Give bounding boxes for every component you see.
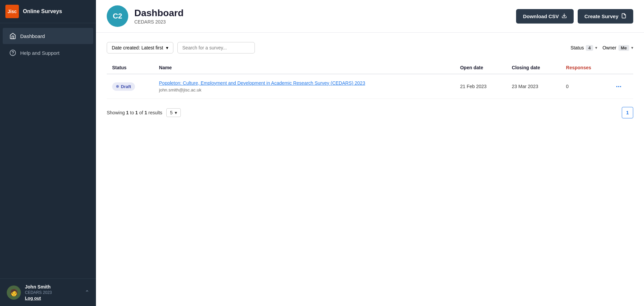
row-more-options[interactable]: ···	[610, 74, 633, 99]
col-actions	[610, 62, 633, 74]
topbar-actions: Download CSV Create Survey	[516, 9, 633, 24]
app-name: Online Surveys	[23, 8, 62, 14]
filter-right: Status 4 ▾ Owner Me ▾	[571, 45, 633, 51]
row-status: Draft	[107, 74, 154, 99]
topbar: C2 Dashboard CEDARS 2023 Download CSV Cr…	[96, 0, 644, 33]
col-closing-date: Closing date	[506, 62, 561, 74]
status-filter-badge: 4	[586, 45, 593, 51]
owner-chevron-icon: ▾	[631, 45, 633, 50]
survey-table: Status Name Open date Closing date Respo…	[107, 62, 633, 99]
status-filter[interactable]: Status 4 ▾	[571, 45, 597, 51]
open-date-value: 21 Feb 2023	[460, 84, 487, 89]
download-csv-button[interactable]: Download CSV	[516, 9, 574, 24]
col-status: Status	[107, 62, 154, 74]
pagination-pages: 1	[622, 107, 633, 118]
user-name: John Smith	[25, 284, 81, 290]
col-name: Name	[154, 62, 454, 74]
page-title: Dashboard	[134, 8, 516, 18]
create-survey-button[interactable]: Create Survey	[578, 9, 633, 24]
sidebar-nav: Dashboard Help and Support	[0, 23, 96, 278]
col-responses: Responses	[561, 62, 610, 74]
user-expand-icon[interactable]: ⌃	[85, 289, 89, 296]
download-csv-label: Download CSV	[523, 13, 559, 19]
user-info: John Smith CEDARS 2023 Log out	[25, 284, 81, 301]
content-area: Date created: Latest first ▾ Status 4 ▾ …	[96, 33, 644, 306]
owner-filter[interactable]: Owner Me ▾	[603, 45, 633, 51]
more-options-icon[interactable]: ···	[616, 83, 621, 90]
jisc-logo: Jisc	[5, 5, 19, 18]
responses-value: 0	[566, 84, 569, 89]
log-out-link[interactable]: Log out	[25, 296, 81, 301]
question-icon	[9, 49, 16, 56]
sidebar-footer: 🧑 John Smith CEDARS 2023 Log out ⌃	[0, 278, 96, 306]
sidebar-item-help-label: Help and Support	[20, 50, 60, 56]
main-content: C2 Dashboard CEDARS 2023 Download CSV Cr…	[96, 0, 644, 306]
owner-filter-value: Me	[618, 45, 629, 51]
pagination-total: 1	[144, 110, 147, 115]
row-closing-date: 23 Mar 2023	[506, 74, 561, 99]
status-dot	[116, 85, 119, 88]
status-label: Draft	[121, 84, 131, 89]
closing-date-value: 23 Mar 2023	[512, 84, 538, 89]
status-chevron-icon: ▾	[595, 45, 597, 50]
per-page-chevron-icon: ▾	[175, 110, 177, 115]
org-avatar: C2	[107, 5, 128, 27]
pagination-info: Showing 1 to 1 of 1 results	[107, 110, 162, 115]
row-open-date: 21 Feb 2023	[455, 74, 507, 99]
download-icon	[562, 13, 567, 20]
owner-filter-label: Owner	[603, 45, 616, 50]
user-org: CEDARS 2023	[25, 290, 81, 295]
row-responses: 0	[561, 74, 610, 99]
avatar: 🧑	[7, 285, 21, 300]
pagination-from: 1	[126, 110, 129, 115]
page-subtitle: CEDARS 2023	[134, 19, 516, 25]
survey-email: john.smith@jisc.ac.uk	[159, 87, 201, 92]
search-input[interactable]	[177, 42, 255, 53]
create-survey-icon	[621, 13, 626, 20]
filter-bar: Date created: Latest first ▾ Status 4 ▾ …	[107, 42, 633, 53]
sidebar-item-dashboard-label: Dashboard	[20, 33, 45, 39]
table-header-row: Status Name Open date Closing date Respo…	[107, 62, 633, 74]
create-survey-label: Create Survey	[584, 13, 618, 19]
status-badge: Draft	[112, 82, 135, 91]
sidebar: Jisc Online Surveys Dashboard Help and S…	[0, 0, 96, 306]
home-icon	[9, 33, 16, 39]
sidebar-item-dashboard[interactable]: Dashboard	[3, 28, 93, 44]
chevron-down-icon: ▾	[166, 45, 168, 50]
col-open-date: Open date	[455, 62, 507, 74]
table-row: Draft Poppleton: Culture, Employment and…	[107, 74, 633, 99]
page-1-button[interactable]: 1	[622, 107, 633, 118]
pagination-bar: Showing 1 to 1 of 1 results 5 ▾ 1	[107, 107, 633, 118]
per-page-value: 5	[170, 110, 173, 115]
topbar-title-group: Dashboard CEDARS 2023	[134, 8, 516, 25]
sidebar-item-help[interactable]: Help and Support	[3, 45, 93, 61]
status-filter-label: Status	[571, 45, 584, 50]
row-name-cell: Poppleton: Culture, Employment and Devel…	[154, 74, 454, 99]
per-page-select[interactable]: 5 ▾	[166, 108, 181, 117]
sort-label: Date created: Latest first	[112, 45, 163, 50]
sidebar-header: Jisc Online Surveys	[0, 0, 96, 23]
sort-dropdown[interactable]: Date created: Latest first ▾	[107, 42, 173, 53]
pagination-to: 1	[135, 110, 138, 115]
pagination-results-label: results	[148, 110, 162, 115]
survey-name-link[interactable]: Poppleton: Culture, Employment and Devel…	[159, 80, 449, 86]
